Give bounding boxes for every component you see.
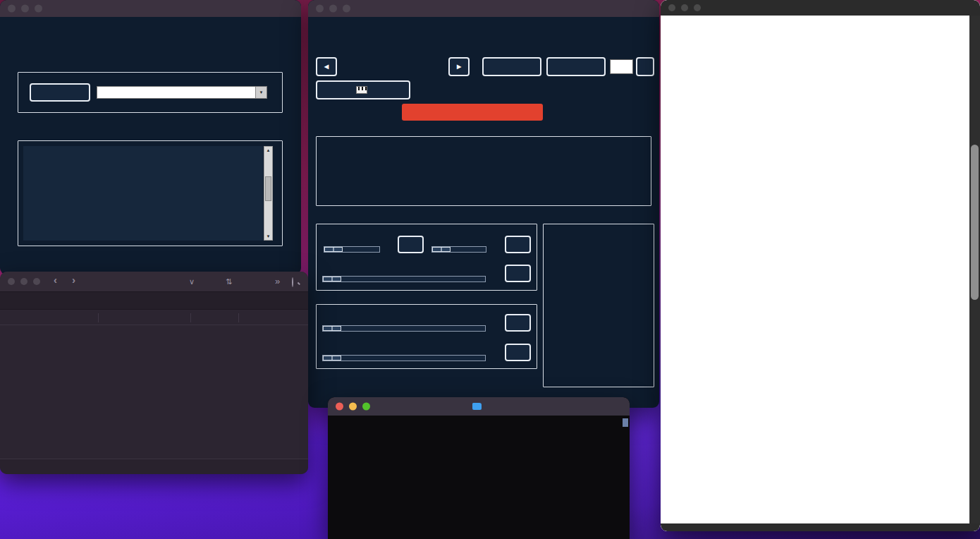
window-controls: [316, 5, 350, 13]
column-headers: [0, 310, 308, 325]
scrollbar-thumb[interactable]: [971, 145, 979, 300]
more-toolbar-icon[interactable]: »: [275, 276, 280, 286]
editor-status-bar: [661, 523, 980, 531]
slider-handle[interactable]: [323, 356, 341, 361]
finder-titlebar[interactable]: ‹ › ∨ ⇅ »: [0, 272, 308, 291]
all-fade-map-button[interactable]: [505, 265, 531, 282]
search-icon[interactable]: [292, 278, 293, 286]
refresh-devices-button[interactable]: [30, 83, 90, 102]
zoom-button[interactable]: [33, 278, 40, 285]
forward-icon[interactable]: ›: [72, 274, 75, 286]
chord-types-group: [316, 136, 651, 206]
panic-button[interactable]: [402, 104, 543, 121]
lowpass-slider[interactable]: [322, 325, 486, 332]
scroll-down-icon[interactable]: ▼: [264, 233, 272, 240]
close-button[interactable]: [316, 5, 324, 13]
terminal-title: [472, 403, 486, 410]
minimize-button[interactable]: [681, 4, 688, 11]
window-controls: [336, 403, 370, 411]
lowpass-map-button[interactable]: [505, 314, 531, 332]
slider-handle[interactable]: [323, 277, 341, 281]
note-range-group: [316, 304, 537, 369]
close-button[interactable]: [8, 278, 15, 285]
midi-controller-setup-button[interactable]: [316, 80, 410, 99]
minimize-button[interactable]: [21, 5, 29, 13]
finder-tab-bar: [0, 291, 308, 310]
window-controls: [8, 5, 42, 13]
transport-buttons: [315, 32, 653, 52]
go-button[interactable]: [636, 57, 654, 76]
scroll-up-icon[interactable]: ▲: [264, 147, 272, 154]
code-area[interactable]: [661, 16, 969, 523]
rename-button[interactable]: [546, 57, 606, 76]
code-editor-window: [661, 0, 980, 531]
terminal-titlebar[interactable]: [328, 397, 630, 416]
chevron-down-icon[interactable]: ∨: [189, 277, 195, 286]
highpass-slider[interactable]: [322, 355, 486, 361]
fade-out-slider[interactable]: [431, 246, 486, 253]
window-controls: [668, 4, 701, 11]
back-icon[interactable]: ‹: [54, 274, 57, 286]
sort-toggle-icon[interactable]: ⇅: [226, 277, 232, 286]
terminal-window: [328, 397, 630, 539]
endless-titlebar[interactable]: [308, 0, 659, 17]
slider-handle[interactable]: [432, 247, 451, 252]
window-controls: [8, 278, 40, 285]
zoom-button[interactable]: [362, 403, 370, 411]
fade-in-map-button[interactable]: [398, 236, 424, 253]
preset-prev-button[interactable]: ◀: [316, 57, 337, 76]
fade-timing-group: [316, 224, 537, 291]
scrollbar-thumb[interactable]: [265, 176, 271, 200]
minimize-button[interactable]: [349, 403, 357, 411]
fade-in-slider[interactable]: [324, 246, 380, 253]
preset-next-button[interactable]: ▶: [448, 57, 470, 76]
all-fade-slider[interactable]: [322, 276, 486, 282]
close-button[interactable]: [668, 4, 675, 11]
close-button[interactable]: [336, 403, 343, 411]
midi-window-titlebar[interactable]: [0, 0, 301, 17]
preset-goto-input[interactable]: [610, 59, 633, 74]
midi-setup-window: ▼ ▲ ▼: [0, 0, 301, 274]
sound-parameters-group: [543, 224, 654, 387]
fade-out-map-button[interactable]: [505, 236, 531, 253]
zoom-button[interactable]: [35, 5, 42, 13]
piano-icon: [356, 86, 367, 94]
midi-device-value: [97, 87, 255, 98]
breadcrumb: [0, 459, 308, 474]
highpass-map-button[interactable]: [505, 344, 531, 361]
minimize-button[interactable]: [20, 278, 27, 285]
chevron-down-icon[interactable]: ▼: [255, 87, 267, 98]
editor-titlebar[interactable]: [661, 0, 980, 16]
mappings-listbox[interactable]: [23, 146, 263, 241]
mappings-scrollbar[interactable]: ▲ ▼: [264, 146, 273, 241]
slider-handle[interactable]: [323, 326, 341, 331]
zoom-button[interactable]: [694, 4, 701, 11]
slider-handle[interactable]: [324, 247, 343, 252]
close-button[interactable]: [8, 5, 16, 13]
midi-device-select[interactable]: ▼: [97, 86, 267, 99]
folder-icon: [472, 403, 482, 410]
terminal-scrollbar[interactable]: [623, 418, 628, 427]
finder-window: ‹ › ∨ ⇅ »: [0, 272, 308, 474]
minimize-button[interactable]: [329, 5, 337, 13]
zoom-button[interactable]: [343, 5, 350, 13]
endless-rain-window: ◀ ▶: [308, 0, 659, 408]
editor-scrollbar[interactable]: [969, 16, 980, 523]
save-preset-button[interactable]: [482, 57, 541, 76]
